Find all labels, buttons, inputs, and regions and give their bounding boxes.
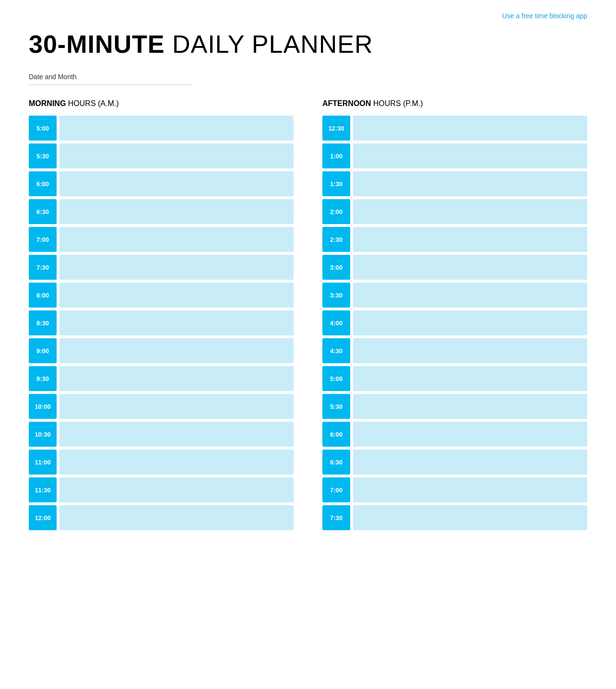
time-badge: 2:00	[322, 199, 350, 224]
time-row: 6:00	[322, 422, 587, 447]
time-badge: 3:30	[322, 283, 350, 308]
time-block[interactable]	[59, 171, 294, 196]
columns-container: MORNING HOURS (A.M.) 5:005:306:006:307:0…	[29, 99, 587, 533]
time-row: 12:30	[322, 116, 587, 141]
time-row: 6:30	[322, 450, 587, 475]
time-row: 6:00	[29, 171, 294, 196]
afternoon-column: AFTERNOON HOURS (P.M.) 12:301:001:302:00…	[322, 99, 587, 533]
time-badge: 11:00	[29, 450, 57, 475]
time-block[interactable]	[353, 338, 587, 363]
time-badge: 1:30	[322, 171, 350, 196]
time-block[interactable]	[59, 422, 294, 447]
time-row: 10:30	[29, 422, 294, 447]
time-block[interactable]	[353, 366, 587, 391]
time-row: 12:00	[29, 505, 294, 530]
time-badge: 10:00	[29, 394, 57, 419]
time-row: 2:00	[322, 199, 587, 224]
time-block[interactable]	[59, 255, 294, 280]
time-block[interactable]	[59, 505, 294, 530]
time-block[interactable]	[353, 171, 587, 196]
time-row: 1:30	[322, 171, 587, 196]
time-row: 7:00	[322, 477, 587, 502]
time-row: 1:00	[322, 143, 587, 168]
morning-header: MORNING HOURS (A.M.)	[29, 99, 294, 108]
time-block[interactable]	[59, 283, 294, 308]
time-block[interactable]	[353, 116, 587, 141]
time-block[interactable]	[353, 394, 587, 419]
time-block[interactable]	[353, 227, 587, 252]
time-row: 11:30	[29, 477, 294, 502]
time-badge: 12:00	[29, 505, 57, 530]
time-row: 9:30	[29, 366, 294, 391]
time-row: 5:30	[322, 394, 587, 419]
time-badge: 7:00	[322, 477, 350, 502]
morning-header-bold: MORNING	[29, 99, 66, 107]
time-block[interactable]	[59, 310, 294, 335]
time-block[interactable]	[59, 338, 294, 363]
time-row: 7:30	[29, 255, 294, 280]
time-badge: 1:00	[322, 143, 350, 168]
time-row: 7:30	[322, 505, 587, 530]
time-badge: 6:30	[322, 450, 350, 475]
time-block[interactable]	[59, 227, 294, 252]
time-badge: 4:00	[322, 310, 350, 335]
afternoon-header-bold: AFTERNOON	[322, 99, 371, 107]
time-badge: 6:00	[322, 422, 350, 447]
date-underline	[29, 84, 192, 85]
morning-rows: 5:005:306:006:307:007:308:008:309:009:30…	[29, 116, 294, 530]
page-title: 30-MINUTE DAILY PLANNER	[29, 30, 587, 59]
afternoon-header-rest: HOURS (P.M.)	[371, 99, 423, 107]
time-block[interactable]	[353, 255, 587, 280]
time-block[interactable]	[59, 199, 294, 224]
time-badge: 3:00	[322, 255, 350, 280]
time-block[interactable]	[59, 143, 294, 168]
time-row: 2:30	[322, 227, 587, 252]
time-row: 9:00	[29, 338, 294, 363]
afternoon-header: AFTERNOON HOURS (P.M.)	[322, 99, 587, 108]
time-row: 10:00	[29, 394, 294, 419]
morning-column: MORNING HOURS (A.M.) 5:005:306:006:307:0…	[29, 99, 294, 533]
time-block[interactable]	[59, 394, 294, 419]
time-block[interactable]	[353, 477, 587, 502]
morning-header-rest: HOURS (A.M.)	[66, 99, 118, 107]
time-badge: 7:30	[29, 255, 57, 280]
time-block[interactable]	[353, 310, 587, 335]
afternoon-rows: 12:301:001:302:002:303:003:304:004:305:0…	[322, 116, 587, 530]
time-block[interactable]	[59, 366, 294, 391]
time-badge: 12:30	[322, 116, 350, 141]
time-row: 7:00	[29, 227, 294, 252]
time-row: 5:00	[29, 116, 294, 141]
time-badge: 5:30	[322, 394, 350, 419]
time-row: 4:00	[322, 310, 587, 335]
time-badge: 9:30	[29, 366, 57, 391]
time-block[interactable]	[59, 477, 294, 502]
time-badge: 5:00	[29, 116, 57, 141]
time-badge: 5:00	[322, 366, 350, 391]
time-row: 8:00	[29, 283, 294, 308]
time-badge: 6:00	[29, 171, 57, 196]
top-link[interactable]: Use a free time blocking app	[502, 12, 587, 20]
time-badge: 8:00	[29, 283, 57, 308]
date-section: Date and Month	[29, 73, 587, 85]
time-block[interactable]	[59, 450, 294, 475]
date-label: Date and Month	[29, 73, 587, 81]
time-row: 11:00	[29, 450, 294, 475]
time-badge: 4:30	[322, 338, 350, 363]
time-row: 5:00	[322, 366, 587, 391]
time-block[interactable]	[353, 199, 587, 224]
time-badge: 6:30	[29, 199, 57, 224]
time-badge: 11:30	[29, 477, 57, 502]
time-badge: 8:30	[29, 310, 57, 335]
time-block[interactable]	[353, 422, 587, 447]
time-block[interactable]	[59, 116, 294, 141]
time-row: 8:30	[29, 310, 294, 335]
time-row: 3:00	[322, 255, 587, 280]
time-block[interactable]	[353, 143, 587, 168]
time-badge: 7:00	[29, 227, 57, 252]
page-title-rest: DAILY PLANNER	[165, 30, 373, 58]
time-row: 3:30	[322, 283, 587, 308]
time-block[interactable]	[353, 505, 587, 530]
time-badge: 5:30	[29, 143, 57, 168]
time-block[interactable]	[353, 450, 587, 475]
time-block[interactable]	[353, 283, 587, 308]
